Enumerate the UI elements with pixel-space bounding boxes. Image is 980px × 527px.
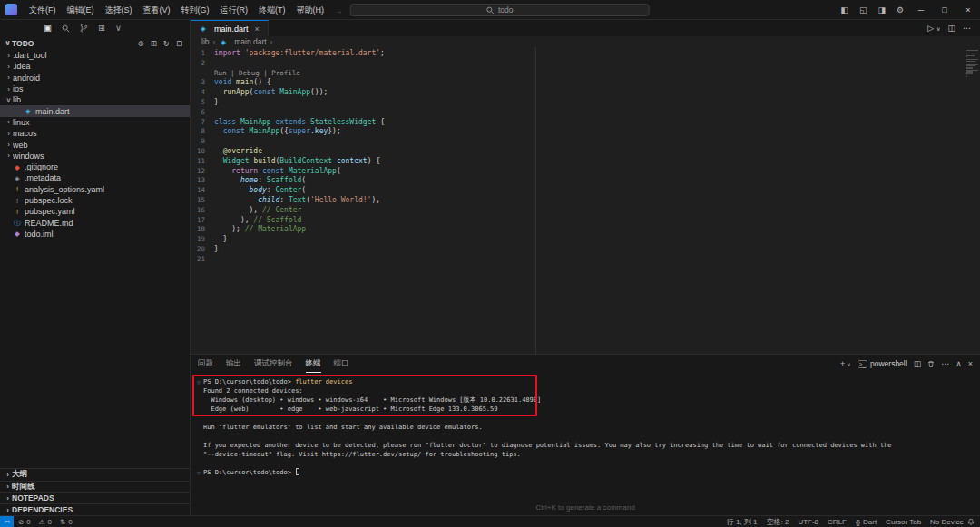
sidebar-section-DEPENDENCIES[interactable]: ›DEPENDENCIES [0, 503, 190, 515]
notifications-bell-icon[interactable] [967, 518, 980, 526]
panel-tab-输出[interactable]: 输出 [226, 355, 241, 373]
terminal-list-item[interactable]: >_ powershell [858, 359, 907, 368]
terminal-line: Edge (web) • edge • web-javascript • Mic… [194, 405, 980, 414]
explorer-icon[interactable]: ▣ [44, 20, 52, 36]
menu-item-6[interactable]: 终端(T) [253, 0, 291, 20]
codelens-actions[interactable]: Run | Debug | Profile [214, 69, 300, 79]
tree-item-.metadata[interactable]: ◈.metadata [0, 172, 190, 183]
panel-tab-问题[interactable]: 问题 [198, 355, 213, 373]
tree-item-lib[interactable]: ∨lib [0, 94, 190, 105]
menu-item-1[interactable]: 编辑(E) [62, 0, 100, 20]
sidebar-section-NOTEPADS[interactable]: ›NOTEPADS [0, 492, 190, 503]
breadcrumb-item[interactable]: … [276, 37, 284, 46]
sidebar-section-大纲[interactable]: ›大纲 [0, 469, 190, 481]
run-dropdown-icon[interactable]: ∨ [936, 25, 940, 32]
tree-item-analysis_options.yaml[interactable]: !analysis_options.yaml [0, 184, 190, 195]
search-view-icon[interactable] [62, 24, 70, 33]
status-warnings[interactable]: ⚠0 [39, 518, 52, 526]
editor-more-actions-icon[interactable]: ⋯ [963, 24, 971, 33]
panel-tab-调试控制台[interactable]: 调试控制台 [254, 355, 293, 373]
tree-item-.idea[interactable]: ›.idea [0, 61, 190, 72]
terminal-line [194, 414, 980, 423]
metadata-file-icon: ◈ [13, 174, 22, 182]
new-terminal-icon[interactable]: + [840, 359, 845, 368]
split-terminal-icon[interactable]: ◫ [914, 359, 922, 368]
tree-item-ios[interactable]: ›ios [0, 83, 190, 94]
remote-indicator[interactable]: >< [0, 516, 14, 527]
tree-item-macos[interactable]: ›macos [0, 128, 190, 139]
code-text: runApp(const MainApp()); [214, 88, 328, 98]
status-language-mode[interactable]: {}Dart [856, 518, 877, 526]
status-encoding[interactable]: UTF-8 [798, 518, 818, 526]
menu-item-0[interactable]: 文件(F) [24, 0, 62, 20]
menu-item-5[interactable]: 运行(R) [215, 0, 254, 20]
terminal-dropdown-icon[interactable]: ∨ [847, 361, 850, 367]
breadcrumb-item[interactable]: lib [201, 37, 210, 46]
code-line: 11 Widget build(BuildContext context) { [191, 157, 980, 167]
status-ports[interactable]: ⇅0 [60, 518, 73, 526]
titlebar: 文件(F)编辑(E)选择(S)查看(V)转到(G)运行(R)终端(T)帮助(H)… [0, 0, 980, 20]
refresh-icon[interactable]: ↻ [163, 39, 170, 48]
status-indentation[interactable]: 空格: 2 [767, 517, 789, 527]
status-cursor-position[interactable]: 行 1, 列 1 [727, 517, 758, 527]
tree-item-windows[interactable]: ›windows [0, 151, 190, 161]
breadcrumb-item[interactable]: main.dart [234, 37, 266, 46]
tree-item-pubspec.yaml[interactable]: !pubspec.yaml [0, 206, 190, 217]
new-file-icon[interactable]: ⊕ [138, 39, 144, 48]
back-button[interactable]: ← [318, 5, 327, 15]
menu-item-4[interactable]: 转到(G) [176, 0, 215, 20]
close-button[interactable]: × [956, 0, 980, 20]
kill-terminal-icon[interactable] [927, 360, 935, 368]
settings-gear-icon[interactable]: ⚙ [891, 5, 909, 15]
tree-item-.gitignore[interactable]: ◆.gitignore [0, 161, 190, 172]
code-text: import 'package:flutter/material.dart'; [214, 49, 385, 59]
close-panel-icon[interactable]: × [968, 359, 973, 368]
menu-item-2[interactable]: 选择(S) [100, 0, 138, 20]
tree-item-web[interactable]: ›web [0, 139, 190, 150]
explorer-header[interactable]: ∨ TODO ⊕ ⊞ ↻ ⊟ [0, 36, 190, 50]
panel-tab-终端[interactable]: 终端 [306, 355, 321, 373]
status-eol[interactable]: CRLF [828, 518, 847, 526]
tab-main-dart[interactable]: ◈ main.dart × [191, 20, 269, 36]
menu-item-3[interactable]: 查看(V) [138, 0, 176, 20]
editor[interactable]: 1import 'package:flutter/material.dart';… [191, 47, 980, 354]
minimize-button[interactable]: ─ [909, 0, 933, 20]
status-errors[interactable]: ⊘0 [18, 518, 31, 526]
tree-item-README.md[interactable]: ⓘREADME.md [0, 217, 190, 228]
code-line: 5} [191, 98, 980, 108]
menu-bar: 文件(F)编辑(E)选择(S)查看(V)转到(G)运行(R)终端(T)帮助(H) [24, 0, 329, 20]
terminal[interactable]: ○PS D:\cursor\todo\todo> flutter devices… [191, 373, 980, 515]
maximize-panel-icon[interactable]: ∧ [956, 359, 962, 368]
lock-file-icon: ! [13, 197, 22, 205]
tree-item-label: ios [13, 84, 24, 93]
more-views-icon[interactable]: ∨ [115, 20, 122, 36]
status-cursor-tab[interactable]: Cursor Tab [886, 518, 921, 526]
tree-item-.dart_tool[interactable]: ›.dart_tool [0, 50, 190, 61]
new-folder-icon[interactable]: ⊞ [151, 39, 157, 48]
maximize-button[interactable]: □ [933, 0, 956, 20]
extensions-icon[interactable]: ⊞ [98, 20, 105, 36]
close-tab-icon[interactable]: × [255, 24, 260, 34]
toggle-panel-icon[interactable]: ◱ [854, 5, 873, 15]
collapse-all-icon[interactable]: ⊟ [176, 39, 182, 48]
chevron-right-icon: › [4, 483, 12, 491]
source-control-icon[interactable] [80, 24, 88, 33]
toggle-secondary-sidebar-icon[interactable]: ◨ [872, 5, 891, 15]
sidebar-section-时间线[interactable]: ›时间线 [0, 481, 190, 493]
search-icon [486, 6, 495, 15]
panel-more-icon[interactable]: ⋯ [941, 359, 949, 368]
toggle-sidebar-icon[interactable]: ◧ [835, 5, 854, 15]
split-editor-icon[interactable]: ◫ [947, 24, 956, 33]
tree-item-android[interactable]: ›android [0, 73, 190, 83]
tree-item-label: macos [13, 129, 37, 138]
tree-item-pubspec.lock[interactable]: !pubspec.lock [0, 195, 190, 206]
forward-button[interactable]: → [334, 5, 343, 15]
tree-item-main.dart[interactable]: ◈main.dart [0, 105, 190, 116]
minimap[interactable] [966, 50, 978, 79]
tree-item-linux[interactable]: ›linux [0, 117, 190, 128]
panel-tab-端口[interactable]: 端口 [334, 355, 349, 373]
run-button-icon[interactable]: ▷ [927, 24, 934, 33]
command-center-search[interactable]: todo [350, 4, 650, 16]
tree-item-todo.iml[interactable]: ◆todo.iml [0, 229, 190, 239]
status-device[interactable]: No Device [930, 518, 964, 526]
